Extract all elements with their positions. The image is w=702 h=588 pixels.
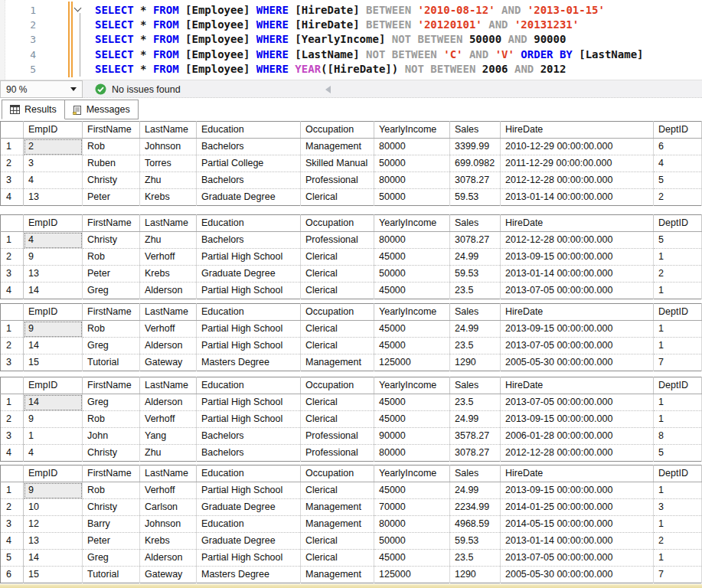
- cell[interactable]: 1: [654, 516, 702, 533]
- cell[interactable]: 23.5: [450, 283, 501, 299]
- cell[interactable]: 13: [24, 533, 83, 550]
- column-header-HireDate[interactable]: HireDate: [501, 122, 654, 139]
- cell[interactable]: 2013-07-05 00:00:00.000: [501, 550, 654, 567]
- cell[interactable]: 3: [654, 499, 702, 516]
- cell[interactable]: 2014-05-15 00:00:00.000: [501, 516, 654, 533]
- cell[interactable]: Clerical: [301, 266, 374, 283]
- cell[interactable]: Rob: [83, 321, 140, 338]
- cell[interactable]: Gateway: [140, 567, 197, 583]
- cell[interactable]: 1: [654, 338, 702, 354]
- cell[interactable]: 2013-07-05 00:00:00.000: [501, 338, 654, 354]
- cell[interactable]: 1290: [450, 567, 501, 583]
- column-header-FirstName[interactable]: FirstName: [83, 122, 140, 139]
- cell[interactable]: Alderson: [140, 338, 197, 354]
- cell[interactable]: Rob: [83, 482, 140, 499]
- sql-editor[interactable]: 1SELECT * FROM [Employee] WHERE [HireDat…: [0, 0, 702, 80]
- cell[interactable]: 125000: [374, 567, 450, 583]
- cell[interactable]: Greg: [83, 394, 140, 411]
- cell[interactable]: Management: [301, 567, 374, 583]
- cell[interactable]: Verhoff: [140, 321, 197, 338]
- cell[interactable]: Peter: [83, 533, 140, 550]
- cell[interactable]: 2013-09-15 00:00:00.000: [501, 321, 654, 338]
- column-header-DeptID[interactable]: DeptID: [654, 122, 702, 139]
- cell[interactable]: 2234.99: [450, 499, 501, 516]
- column-header-FirstName[interactable]: FirstName: [83, 377, 140, 394]
- cell[interactable]: 4968.59: [450, 516, 501, 533]
- row-header[interactable]: 4: [1, 189, 24, 206]
- cell[interactable]: 7: [654, 354, 702, 371]
- cell[interactable]: 3399.99: [450, 139, 501, 155]
- selected-cell[interactable]: 4: [24, 232, 83, 249]
- cell[interactable]: 2012-12-28 00:00:00.000: [501, 172, 654, 189]
- cell[interactable]: 2: [654, 266, 702, 283]
- cell[interactable]: 2013-09-15 00:00:00.000: [501, 249, 654, 266]
- column-header-LastName[interactable]: LastName: [140, 377, 197, 394]
- row-header[interactable]: 1: [1, 139, 24, 155]
- cell[interactable]: 2: [654, 189, 702, 206]
- cell[interactable]: Partial High School: [197, 283, 301, 299]
- cell[interactable]: Graduate Degree: [197, 533, 301, 550]
- cell[interactable]: Clerical: [301, 189, 374, 206]
- select-all-corner[interactable]: [1, 466, 24, 482]
- cell[interactable]: Clerical: [301, 550, 374, 567]
- column-header-Occupation[interactable]: Occupation: [301, 122, 374, 139]
- cell[interactable]: Johnson: [140, 516, 197, 533]
- cell[interactable]: 45000: [374, 394, 450, 411]
- cell[interactable]: 50000: [374, 189, 450, 206]
- column-header-FirstName[interactable]: FirstName: [83, 304, 140, 321]
- cell[interactable]: 45000: [374, 321, 450, 338]
- cell[interactable]: Bachelors: [197, 232, 301, 249]
- cell[interactable]: Clerical: [301, 249, 374, 266]
- column-header-Occupation[interactable]: Occupation: [301, 304, 374, 321]
- cell[interactable]: 2012-12-28 00:00:00.000: [501, 445, 654, 462]
- cell[interactable]: Clerical: [301, 533, 374, 550]
- cell[interactable]: 8: [654, 428, 702, 445]
- cell[interactable]: 1: [24, 428, 83, 445]
- row-header[interactable]: 1: [1, 394, 24, 411]
- code-line[interactable]: 2SELECT * FROM [Employee] WHERE [HireDat…: [0, 18, 702, 32]
- row-header[interactable]: 2: [1, 499, 24, 516]
- column-header-DeptID[interactable]: DeptID: [654, 215, 702, 232]
- column-header-DeptID[interactable]: DeptID: [654, 466, 702, 482]
- column-header-HireDate[interactable]: HireDate: [501, 466, 654, 482]
- cell[interactable]: Ruben: [83, 155, 140, 172]
- cell[interactable]: Partial High School: [197, 321, 301, 338]
- cell[interactable]: Carlson: [140, 499, 197, 516]
- cell[interactable]: Skilled Manual: [301, 155, 374, 172]
- scroll-left-arrow-icon[interactable]: [325, 86, 331, 93]
- cell[interactable]: John: [83, 428, 140, 445]
- cell[interactable]: Clerical: [301, 482, 374, 499]
- cell[interactable]: Clerical: [301, 338, 374, 354]
- health-indicator[interactable]: No issues found: [95, 80, 181, 98]
- cell[interactable]: Education: [197, 516, 301, 533]
- column-header-DeptID[interactable]: DeptID: [654, 377, 702, 394]
- cell[interactable]: 14: [24, 338, 83, 354]
- cell[interactable]: 12: [24, 516, 83, 533]
- column-header-Education[interactable]: Education: [197, 122, 301, 139]
- cell[interactable]: Christy: [83, 499, 140, 516]
- cell[interactable]: Rob: [83, 249, 140, 266]
- cell[interactable]: Rob: [83, 411, 140, 428]
- column-header-EmpID[interactable]: EmpID: [24, 466, 83, 482]
- cell[interactable]: 80000: [374, 172, 450, 189]
- cell[interactable]: 45000: [374, 482, 450, 499]
- cell[interactable]: 70000: [374, 499, 450, 516]
- row-header[interactable]: 2: [1, 411, 24, 428]
- row-header[interactable]: 4: [1, 533, 24, 550]
- column-header-Education[interactable]: Education: [197, 215, 301, 232]
- cell[interactable]: Verhoff: [140, 482, 197, 499]
- row-header[interactable]: 1: [1, 232, 24, 249]
- column-header-Sales[interactable]: Sales: [450, 377, 501, 394]
- cell[interactable]: Bachelors: [197, 172, 301, 189]
- cell[interactable]: 2013-09-15 00:00:00.000: [501, 411, 654, 428]
- row-header[interactable]: 1: [1, 321, 24, 338]
- row-header[interactable]: 3: [1, 516, 24, 533]
- cell[interactable]: Professional: [301, 428, 374, 445]
- cell[interactable]: Alderson: [140, 550, 197, 567]
- row-header[interactable]: 2: [1, 249, 24, 266]
- cell[interactable]: 6: [654, 139, 702, 155]
- cell[interactable]: Partial High School: [197, 249, 301, 266]
- cell[interactable]: Management: [301, 139, 374, 155]
- cell[interactable]: 59.53: [450, 189, 501, 206]
- cell[interactable]: 9: [24, 249, 83, 266]
